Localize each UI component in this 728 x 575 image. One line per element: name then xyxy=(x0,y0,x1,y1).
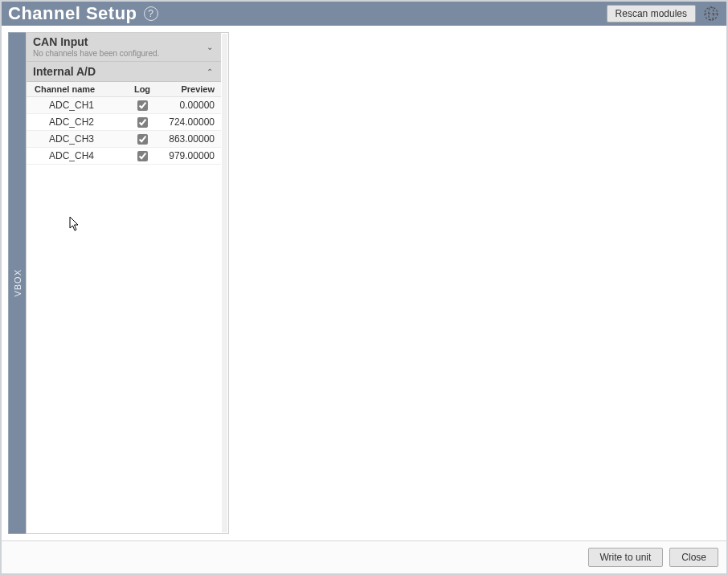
col-header-name: Channel name xyxy=(27,84,128,94)
table-row[interactable]: ADC_CH3863.00000 xyxy=(27,131,221,148)
table-row[interactable]: ADC_CH10.00000 xyxy=(27,97,221,114)
rescan-modules-button[interactable]: Rescan modules xyxy=(607,5,696,22)
preview-value: 863.00000 xyxy=(157,133,221,145)
log-checkbox[interactable] xyxy=(137,151,148,161)
scrollbar[interactable] xyxy=(222,34,227,532)
section-title: CAN Input xyxy=(33,35,159,48)
section-internal-ad[interactable]: Internal A/D ⌃ xyxy=(27,62,221,82)
channel-setup-window: Channel Setup ? Rescan modules VBOX xyxy=(0,0,728,575)
section-subtitle: No channels have been configured. xyxy=(33,49,159,58)
channel-name: ADC_CH1 xyxy=(27,100,128,111)
sidebar-tab-vbox[interactable]: VBOX xyxy=(8,32,26,534)
preview-value: 979.00000 xyxy=(157,150,221,161)
table-header: Channel name Log Preview xyxy=(27,82,221,97)
preview-value: 724.00000 xyxy=(157,116,221,128)
channel-name: ADC_CH4 xyxy=(27,150,128,161)
preview-value: 0.00000 xyxy=(157,100,221,111)
globe-icon[interactable] xyxy=(702,5,720,22)
channel-table: Channel name Log Preview ADC_CH10.00000A… xyxy=(27,82,221,165)
col-header-preview: Preview xyxy=(157,84,221,94)
col-header-log: Log xyxy=(128,84,157,94)
page-title: Channel Setup xyxy=(8,3,137,24)
help-icon[interactable]: ? xyxy=(144,6,158,21)
table-row[interactable]: ADC_CH4979.00000 xyxy=(27,148,221,165)
channel-panel: CAN Input No channels have been configur… xyxy=(26,32,229,534)
write-to-unit-button[interactable]: Write to unit xyxy=(588,548,664,567)
chevron-down-icon: ⌄ xyxy=(207,43,215,51)
section-title: Internal A/D xyxy=(33,65,96,78)
cursor-icon xyxy=(69,216,80,232)
window-header: Channel Setup ? Rescan modules xyxy=(2,2,726,26)
log-checkbox[interactable] xyxy=(137,100,148,111)
channel-name: ADC_CH3 xyxy=(27,133,128,145)
footer: Write to unit Close xyxy=(2,540,726,573)
channel-name: ADC_CH2 xyxy=(27,116,128,128)
log-checkbox[interactable] xyxy=(137,117,148,128)
chevron-up-icon: ⌃ xyxy=(207,67,215,76)
table-row[interactable]: ADC_CH2724.00000 xyxy=(27,114,221,131)
section-can-input[interactable]: CAN Input No channels have been configur… xyxy=(27,33,221,62)
close-button[interactable]: Close xyxy=(669,548,718,567)
log-checkbox[interactable] xyxy=(137,134,148,145)
